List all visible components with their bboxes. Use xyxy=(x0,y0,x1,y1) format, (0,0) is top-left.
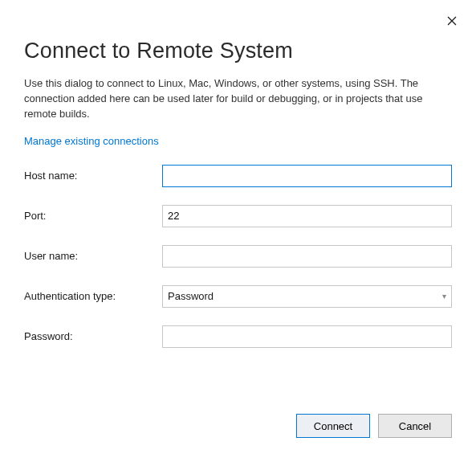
password-input[interactable] xyxy=(162,325,452,348)
host-input[interactable] xyxy=(162,165,452,187)
auth-type-value: Password xyxy=(168,290,214,302)
dialog-description: Use this dialog to connect to Linux, Mac… xyxy=(0,76,476,133)
password-row: Password: xyxy=(24,325,452,348)
password-label: Password: xyxy=(24,330,162,342)
connection-form: Host name: Port: User name: Authenticati… xyxy=(0,165,476,348)
close-icon xyxy=(447,16,457,26)
auth-label: Authentication type: xyxy=(24,290,162,302)
connect-button[interactable]: Connect xyxy=(296,414,370,438)
cancel-button[interactable]: Cancel xyxy=(378,414,452,438)
user-label: User name: xyxy=(24,250,162,262)
host-label: Host name: xyxy=(24,170,162,182)
close-button[interactable] xyxy=(445,14,458,27)
dialog-title: Connect to Remote System xyxy=(0,0,476,76)
auth-type-select[interactable]: Password ▾ xyxy=(162,285,452,308)
user-input[interactable] xyxy=(162,245,452,268)
manage-connections-link[interactable]: Manage existing connections xyxy=(0,135,183,147)
connect-remote-dialog: Connect to Remote System Use this dialog… xyxy=(0,0,476,462)
host-row: Host name: xyxy=(24,165,452,187)
chevron-down-icon: ▾ xyxy=(442,292,446,301)
auth-row: Authentication type: Password ▾ xyxy=(24,285,452,308)
port-row: Port: xyxy=(24,205,452,227)
user-row: User name: xyxy=(24,245,452,268)
port-input[interactable] xyxy=(162,205,452,227)
port-label: Port: xyxy=(24,210,162,222)
dialog-buttons: Connect Cancel xyxy=(296,414,452,438)
